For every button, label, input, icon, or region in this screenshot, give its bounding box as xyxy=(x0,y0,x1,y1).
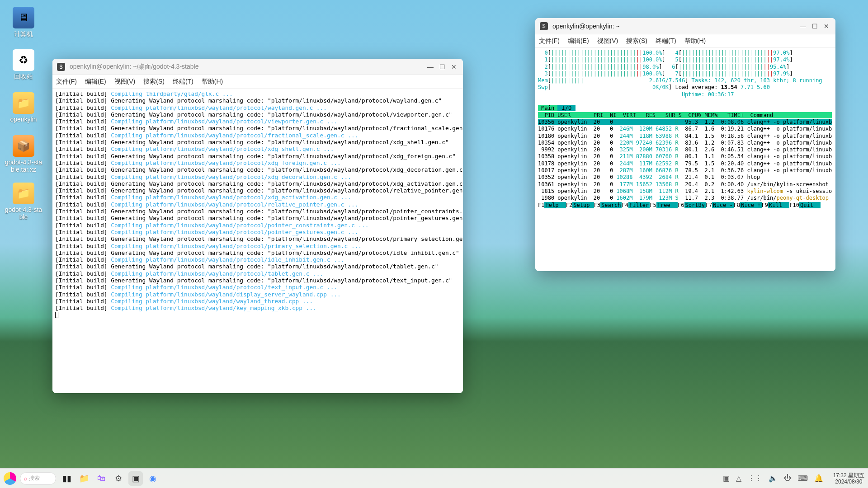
desktop-icon-godot-folder[interactable]: 📁godot-4.3-stable xyxy=(4,183,43,221)
menubar: 文件(F)编辑(E)视图(V)搜索(S)终端(T)帮助(H) xyxy=(52,75,463,89)
menu-item[interactable]: 视图(V) xyxy=(114,78,136,86)
desktop-icon-home-folder[interactable]: 📁openkylin xyxy=(4,92,43,123)
taskbar-clock[interactable]: 17:32 星期五 2024/08/30 xyxy=(833,472,864,485)
titlebar[interactable]: $ openkylin@openkylin: ~ — ☐ ✕ xyxy=(535,18,835,34)
search-icon: ⌕ xyxy=(24,475,27,482)
menu-item[interactable]: 编辑(E) xyxy=(568,37,589,45)
terminal-icon: $ xyxy=(540,22,548,30)
icon-label: godot-4.3-stable xyxy=(4,206,43,221)
maximize-button[interactable]: ☐ xyxy=(810,22,819,31)
taskbar-settings[interactable]: ⚙ xyxy=(111,471,126,486)
triangle-tray[interactable]: △ xyxy=(736,474,741,483)
taskbar: ⌕ 搜索 ▮▮📁🛍⚙▣◉ ▣△⋮⋮🔈⏻⌨🔔 17:32 星期五 2024/08/… xyxy=(0,468,868,488)
menu-item[interactable]: 终端(T) xyxy=(656,37,676,45)
menu-item[interactable]: 搜索(S) xyxy=(143,78,165,86)
close-button[interactable]: ✕ xyxy=(822,22,831,31)
terminal-output[interactable]: [Initial build] Compiling thirdparty/gla… xyxy=(52,89,463,393)
minimize-button[interactable]: — xyxy=(798,22,807,31)
computer-icon: 🖥 xyxy=(13,7,34,28)
clock-time: 17:32 星期五 xyxy=(833,472,864,479)
htop-output[interactable]: 0[||||||||||||||||||||||||||||100.0%] 4[… xyxy=(535,48,835,271)
terminal-icon: $ xyxy=(57,63,65,71)
trash-icon: ♻ xyxy=(13,49,34,71)
menu-item[interactable]: 帮助(H) xyxy=(202,78,223,86)
window-title: openkylin@openkylin: ~/桌面/godot-4.3-stab… xyxy=(70,63,423,71)
terminal-htop-window[interactable]: $ openkylin@openkylin: ~ — ☐ ✕ 文件(F)编辑(E… xyxy=(535,18,835,271)
taskbar-task-switcher[interactable]: ▮▮ xyxy=(60,471,74,486)
taskbar-search[interactable]: ⌕ 搜索 xyxy=(20,472,56,485)
taskbar-terminal[interactable]: ▣ xyxy=(128,471,143,486)
clock-date: 2024/08/30 xyxy=(833,479,864,485)
menu-item[interactable]: 视图(V) xyxy=(597,37,618,45)
home-folder-icon: 📁 xyxy=(13,92,34,114)
icon-label: 回收站 xyxy=(4,73,43,81)
taskbar-files[interactable]: 📁 xyxy=(77,471,91,486)
start-menu-button[interactable] xyxy=(4,472,16,485)
menubar: 文件(F)编辑(E)视图(V)搜索(S)终端(T)帮助(H) xyxy=(535,34,835,48)
desktop-icon-computer[interactable]: 🖥计算机 xyxy=(4,7,43,38)
icon-label: godot-4.3-stable.tar.xz xyxy=(4,159,43,173)
menu-item[interactable]: 文件(F) xyxy=(539,37,560,45)
icon-label: 计算机 xyxy=(4,30,43,38)
wifi-tray[interactable]: ⋮⋮ xyxy=(748,474,762,483)
menu-item[interactable]: 文件(F) xyxy=(56,78,77,86)
window-title: openkylin@openkylin: ~ xyxy=(552,23,796,30)
search-placeholder: 搜索 xyxy=(29,474,40,482)
battery-tray[interactable]: ⏻ xyxy=(784,474,791,483)
icon-label: openkylin xyxy=(4,116,43,123)
taskbar-chromium[interactable]: ◉ xyxy=(146,471,160,486)
terminal-build-window[interactable]: $ openkylin@openkylin: ~/桌面/godot-4.3-st… xyxy=(52,59,463,393)
volume-tray[interactable]: 🔈 xyxy=(769,474,778,483)
maximize-button[interactable]: ☐ xyxy=(438,62,447,71)
input-tray[interactable]: ⌨ xyxy=(797,474,808,483)
menu-item[interactable]: 编辑(E) xyxy=(85,78,106,86)
notify-tray[interactable]: 🔔 xyxy=(814,474,823,483)
menu-item[interactable]: 搜索(S) xyxy=(626,37,647,45)
taskbar-app-store[interactable]: 🛍 xyxy=(94,471,108,486)
godot-folder-icon: 📁 xyxy=(13,183,34,204)
close-button[interactable]: ✕ xyxy=(449,62,458,71)
menu-item[interactable]: 帮助(H) xyxy=(684,37,706,45)
godot-tar-icon: 📦 xyxy=(13,135,34,157)
desktop-icon-trash[interactable]: ♻回收站 xyxy=(4,49,43,81)
menu-item[interactable]: 终端(T) xyxy=(173,78,193,86)
desktop-icon-godot-tar[interactable]: 📦godot-4.3-stable.tar.xz xyxy=(4,135,43,173)
titlebar[interactable]: $ openkylin@openkylin: ~/桌面/godot-4.3-st… xyxy=(52,59,463,75)
screenshot-tray[interactable]: ▣ xyxy=(723,474,730,483)
minimize-button[interactable]: — xyxy=(426,62,435,71)
